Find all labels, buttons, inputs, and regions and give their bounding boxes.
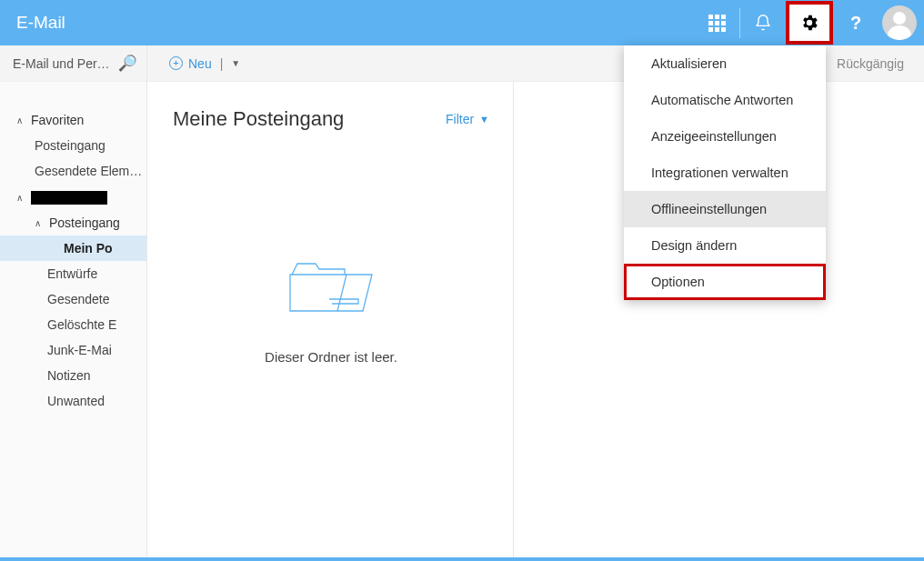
chevron-up-icon: ∧ [35,218,44,228]
undo-button[interactable]: Rückgängig [837,56,904,71]
chevron-down-icon: ▼ [231,58,240,68]
notifications-button[interactable] [740,0,786,45]
sidebar-item-inbox-fav[interactable]: Posteingang [0,133,146,158]
sidebar-item-unwanted[interactable]: Unwanted [0,388,146,414]
waffle-icon [708,15,726,32]
folder-icon [281,258,381,322]
help-icon: ? [850,13,861,34]
pane-header: Meine Posteingang Filter ▼ [173,107,489,131]
message-list-pane: Meine Posteingang Filter ▼ Dieser Ordner… [147,82,514,557]
menu-item-refresh[interactable]: Aktualisieren [624,45,826,82]
folder-sidebar: ∧ Favoriten Posteingang Gesendete Elemen… [0,82,147,557]
sidebar-item-notes[interactable]: Notizen [0,363,146,388]
menu-item-autoreply[interactable]: Automatische Antworten [624,82,826,118]
help-button[interactable]: ? [833,0,879,45]
new-button[interactable]: + Neu | ▼ [169,56,240,71]
favorites-label: Favoriten [31,113,84,127]
sidebar-item-deleted[interactable]: Gelöschte E [0,312,146,337]
sidebar-item-sent-fav[interactable]: Gesendete Elemente [0,158,146,184]
bottom-accent-bar [0,557,924,561]
filter-dropdown[interactable]: Filter ▼ [446,112,489,126]
sidebar-item-mein-posteingang[interactable]: Mein Po [0,235,146,261]
new-label: Neu [188,56,212,71]
search-box[interactable]: E-Mail und Perso... 🔍 [0,45,147,82]
empty-text: Dieser Ordner ist leer. [173,349,489,365]
sidebar-item-sent[interactable]: Gesendete [0,286,146,312]
chevron-up-icon: ∧ [16,115,25,125]
bell-icon [754,14,772,32]
app-title: E-Mail [16,13,65,33]
empty-folder-state: Dieser Ordner ist leer. [173,258,489,365]
plus-icon: + [169,56,183,70]
menu-item-integrations[interactable]: Integrationen verwalten [624,155,826,191]
inbox-group-header[interactable]: ∧ Posteingang [0,210,146,235]
menu-item-options[interactable]: Optionen [624,264,826,300]
settings-menu: Aktualisieren Automatische Antworten Anz… [624,45,826,300]
gear-icon [799,13,819,33]
inbox-group-label: Posteingang [49,215,120,230]
filter-label: Filter [446,112,474,126]
search-icon: 🔍 [118,54,137,73]
profile-avatar[interactable] [882,5,917,40]
chevron-down-icon: ▼ [479,114,489,125]
menu-item-display[interactable]: Anzeigeeinstellungen [624,118,826,155]
settings-button[interactable] [786,1,833,45]
search-placeholder: E-Mail und Perso... [13,56,113,71]
app-launcher-button[interactable] [694,0,739,45]
favorites-group-header[interactable]: ∧ Favoriten [0,107,146,133]
top-icon-tray: ? [694,0,924,45]
account-group-header[interactable]: ∧ [0,185,146,210]
sidebar-item-junk[interactable]: Junk-E-Mai [0,337,146,363]
menu-item-offline[interactable]: Offlineeinstellungen [624,191,826,227]
pane-title: Meine Posteingang [173,107,344,131]
account-label-redacted [31,191,107,205]
chevron-up-icon: ∧ [16,193,25,203]
sidebar-item-drafts[interactable]: Entwürfe [0,261,146,286]
menu-item-theme[interactable]: Design ändern [624,227,826,264]
app-top-bar: E-Mail ? [0,0,924,45]
